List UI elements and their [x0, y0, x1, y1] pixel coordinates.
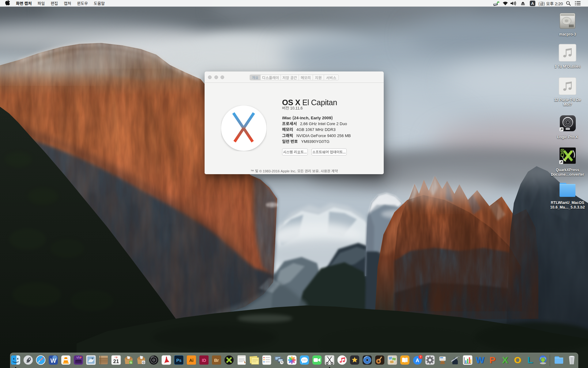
svg-text:7: 7 [420, 355, 421, 358]
svg-text:2월: 2월 [115, 356, 117, 358]
svg-text:A: A [416, 358, 419, 363]
svg-text:Ai: Ai [189, 358, 194, 363]
svg-text:Br: Br [214, 358, 219, 363]
svg-text:W: W [476, 355, 484, 365]
svg-text:W: W [51, 357, 56, 364]
svg-text:ID: ID [202, 358, 206, 363]
svg-text:O: O [514, 355, 521, 365]
svg-text:X: X [502, 355, 508, 365]
svg-text:L: L [527, 355, 533, 365]
svg-text:G: G [142, 361, 145, 364]
svg-text:A: A [531, 1, 534, 6]
svg-text:Ps: Ps [176, 358, 181, 363]
svg-text:G: G [130, 361, 132, 364]
svg-text:21: 21 [113, 358, 119, 364]
svg-text:P: P [489, 355, 496, 365]
